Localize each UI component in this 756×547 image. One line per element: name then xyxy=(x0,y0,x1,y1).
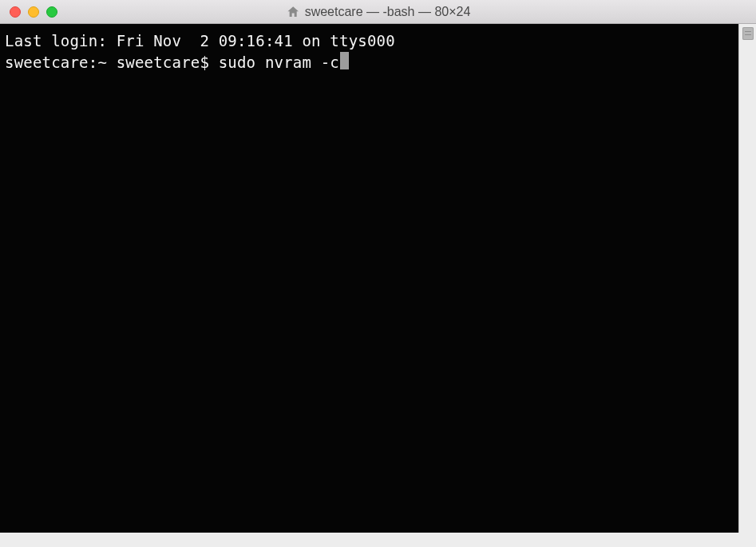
minimize-button[interactable] xyxy=(28,6,39,18)
home-icon xyxy=(286,5,300,19)
terminal-body: Last login: Fri Nov 2 09:16:41 on ttys00… xyxy=(0,24,756,533)
typed-command: sudo nvram -c xyxy=(219,52,339,73)
window-titlebar[interactable]: sweetcare — -bash — 80×24 xyxy=(0,0,756,24)
last-login-line: Last login: Fri Nov 2 09:16:41 on ttys00… xyxy=(5,30,734,52)
traffic-lights xyxy=(10,6,57,18)
window-title-group: sweetcare — -bash — 80×24 xyxy=(286,5,471,19)
scroll-thumb[interactable] xyxy=(742,27,754,40)
zoom-button[interactable] xyxy=(46,6,57,18)
terminal-window: sweetcare — -bash — 80×24 Last login: Fr… xyxy=(0,0,756,547)
prompt-line: sweetcare:~ sweetcare$ sudo nvram -c xyxy=(5,52,734,73)
window-bottom-edge xyxy=(0,533,756,547)
close-button[interactable] xyxy=(10,6,21,18)
text-cursor xyxy=(340,52,349,69)
shell-prompt: sweetcare:~ sweetcare$ xyxy=(5,52,219,73)
vertical-scrollbar[interactable] xyxy=(738,24,756,533)
terminal-content[interactable]: Last login: Fri Nov 2 09:16:41 on ttys00… xyxy=(0,24,738,533)
window-title: sweetcare — -bash — 80×24 xyxy=(305,5,471,19)
